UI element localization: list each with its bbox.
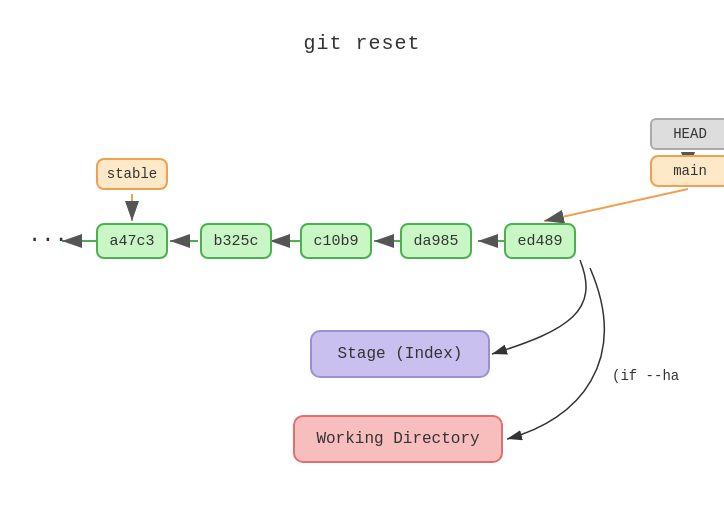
commit-ed489: ed489	[504, 223, 576, 259]
diagram-canvas: git reset	[0, 0, 724, 521]
label-stable: stable	[96, 158, 168, 190]
svg-line-9	[544, 189, 688, 221]
label-head: HEAD	[650, 118, 724, 150]
stage-index-box: Stage (Index)	[310, 330, 490, 378]
working-directory-box: Working Directory	[293, 415, 503, 463]
page-title: git reset	[0, 32, 724, 55]
commit-c10b9: c10b9	[300, 223, 372, 259]
label-main: main	[650, 155, 724, 187]
dots-indicator: ···	[28, 228, 68, 253]
if-hard-label: (if --ha	[612, 368, 679, 384]
commit-a47c3: a47c3	[96, 223, 168, 259]
commit-b325c: b325c	[200, 223, 272, 259]
commit-da985: da985	[400, 223, 472, 259]
